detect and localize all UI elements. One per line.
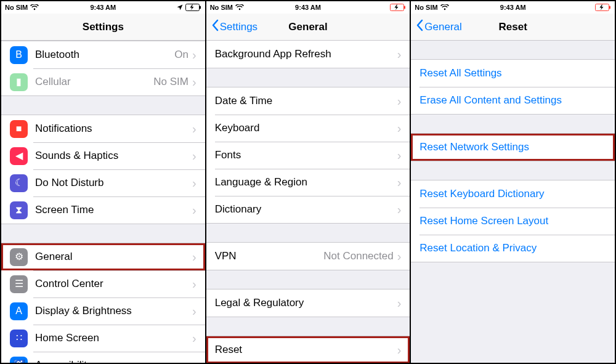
row-value-cellular: No SIM: [153, 76, 188, 88]
battery-charging-icon: [595, 4, 611, 11]
settings-group: Background App Refresh ›: [206, 41, 410, 68]
chevron-left-icon: [211, 19, 219, 34]
row-label-accessibility: Accessibility: [35, 359, 192, 363]
row-resetnet[interactable]: Reset Network Settings: [411, 134, 615, 161]
row-resethome[interactable]: Reset Home Screen Layout: [411, 208, 615, 235]
controlcenter-icon: ☰: [10, 275, 28, 293]
chevron-right-icon: ›: [192, 332, 197, 344]
row-accessibility[interactable]: ♿ Accessibility ›: [1, 352, 205, 363]
page-title: Settings: [1, 21, 205, 33]
row-value-vpn: Not Connected: [323, 250, 393, 262]
chevron-right-icon: ›: [192, 305, 197, 317]
wifi-icon: [235, 4, 244, 10]
row-resetloc[interactable]: Reset Location & Privacy: [411, 235, 615, 262]
status-bar: No SIM 9:43 AM: [206, 1, 410, 14]
row-eraseall[interactable]: Erase All Content and Settings: [411, 87, 615, 114]
wifi-icon: [440, 4, 449, 10]
chevron-right-icon: ›: [397, 95, 402, 107]
row-vpn[interactable]: VPN Not Connected›: [206, 243, 410, 270]
row-display[interactable]: A Display & Brightness ›: [1, 297, 205, 325]
row-resetkbd[interactable]: Reset Keyboard Dictionary: [411, 180, 615, 208]
row-label-vpn: VPN: [215, 250, 324, 262]
row-label-bgrefresh: Background App Refresh: [215, 48, 397, 60]
cellular-icon: ▮: [10, 73, 28, 91]
settings-group: Reset Keyboard Dictionary Reset Home Scr…: [411, 180, 615, 262]
row-dnd[interactable]: ☾ Do Not Disturb ›: [1, 169, 205, 196]
row-label-dictionary: Dictionary: [215, 203, 397, 216]
row-label-fonts: Fonts: [215, 149, 397, 161]
settings-list[interactable]: Reset All Settings Erase All Content and…: [411, 41, 615, 363]
row-label-sounds: Sounds & Haptics: [35, 150, 192, 162]
back-button[interactable]: General: [416, 19, 461, 34]
battery-charging-icon: [390, 4, 406, 11]
chevron-right-icon: ›: [192, 251, 197, 263]
chevron-right-icon: ›: [192, 204, 197, 216]
row-value-bluetooth: On: [174, 49, 188, 61]
chevron-right-icon: ›: [192, 49, 197, 61]
settings-group: ■ Notifications › ◀ Sounds & Haptics › ☾…: [1, 115, 205, 224]
status-bar: No SIM 9:43 AM: [411, 1, 615, 14]
row-legal[interactable]: Legal & Regulatory ›: [206, 289, 410, 317]
row-label-controlcenter: Control Center: [35, 278, 192, 290]
row-reset[interactable]: Reset ›: [206, 336, 410, 363]
pane-3: No SIM 9:43 AM General: [410, 1, 615, 363]
pane-1: No SIM 9:43 AM Settings: [1, 1, 205, 363]
display-icon: A: [10, 302, 28, 320]
chevron-right-icon: ›: [397, 122, 402, 134]
row-label-cellular: Cellular: [35, 76, 153, 88]
row-label-resethome: Reset Home Screen Layout: [419, 215, 606, 227]
settings-group: Reset All Settings Erase All Content and…: [411, 59, 615, 115]
row-bgrefresh[interactable]: Background App Refresh ›: [206, 41, 410, 68]
row-homescreen[interactable]: ∷ Home Screen ›: [1, 325, 205, 352]
row-langregion[interactable]: Language & Region ›: [206, 169, 410, 196]
row-label-general: General: [35, 251, 192, 263]
chevron-right-icon: ›: [397, 176, 402, 188]
row-label-resetnet: Reset Network Settings: [419, 141, 606, 153]
svg-rect-1: [200, 6, 201, 9]
row-label-legal: Legal & Regulatory: [215, 297, 397, 309]
wifi-icon: [30, 4, 39, 10]
chevron-left-icon: [416, 19, 423, 34]
chevron-right-icon: ›: [192, 278, 197, 290]
row-label-homescreen: Home Screen: [35, 332, 192, 344]
homescreen-icon: ∷: [10, 330, 28, 347]
row-label-display: Display & Brightness: [35, 305, 192, 317]
settings-group: ⚙ General › ☰ Control Center › A Display…: [1, 243, 205, 363]
settings-group: Date & Time › Keyboard › Fonts › Languag…: [206, 87, 410, 224]
location-icon: [177, 4, 183, 10]
row-label-resetloc: Reset Location & Privacy: [419, 242, 606, 254]
row-notifications[interactable]: ■ Notifications ›: [1, 115, 205, 142]
row-bluetooth[interactable]: B Bluetooth On›: [1, 41, 205, 68]
back-label: Settings: [220, 21, 257, 33]
row-label-keyboard: Keyboard: [215, 122, 397, 134]
row-keyboard[interactable]: Keyboard ›: [206, 115, 410, 142]
row-label-reset: Reset: [215, 344, 397, 356]
row-fonts[interactable]: Fonts ›: [206, 142, 410, 169]
row-label-screentime: Screen Time: [35, 204, 192, 216]
row-resetall[interactable]: Reset All Settings: [411, 60, 615, 87]
row-screentime[interactable]: ⧗ Screen Time ›: [1, 196, 205, 224]
chevron-right-icon: ›: [397, 48, 402, 60]
row-cellular[interactable]: ▮ Cellular No SIM›: [1, 68, 205, 95]
row-controlcenter[interactable]: ☰ Control Center ›: [1, 270, 205, 297]
row-label-resetkbd: Reset Keyboard Dictionary: [419, 188, 606, 200]
row-general[interactable]: ⚙ General ›: [1, 243, 205, 270]
pane-2: No SIM 9:43 AM Settings: [205, 1, 410, 363]
settings-list[interactable]: Background App Refresh › Date & Time › K…: [206, 41, 410, 363]
settings-group: B Bluetooth On› ▮ Cellular No SIM›: [1, 41, 205, 96]
settings-list[interactable]: B Bluetooth On› ▮ Cellular No SIM› ■ Not…: [1, 41, 205, 363]
nav-bar: Settings General: [206, 14, 410, 41]
chevron-right-icon: ›: [192, 177, 197, 189]
bluetooth-icon: B: [10, 46, 28, 64]
back-button[interactable]: Settings: [211, 19, 257, 34]
settings-group: Reset Network Settings: [411, 133, 615, 161]
chevron-right-icon: ›: [192, 359, 197, 363]
row-sounds[interactable]: ◀ Sounds & Haptics ›: [1, 142, 205, 169]
row-dictionary[interactable]: Dictionary ›: [206, 196, 410, 223]
row-label-langregion: Language & Region: [215, 176, 397, 188]
screentime-icon: ⧗: [10, 201, 28, 219]
settings-group: Legal & Regulatory ›: [206, 289, 410, 317]
row-datetime[interactable]: Date & Time ›: [206, 87, 410, 115]
settings-group: Reset › Shut Down: [206, 336, 410, 363]
row-label-eraseall: Erase All Content and Settings: [419, 94, 606, 107]
